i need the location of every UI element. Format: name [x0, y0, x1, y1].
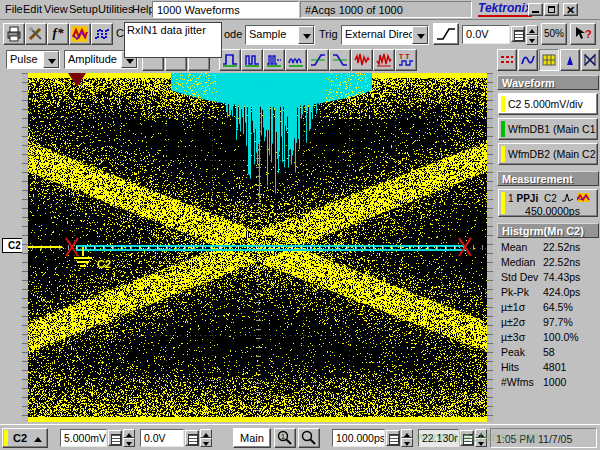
measure-jitter-button[interactable]: [373, 49, 395, 71]
trigger-level-keypad-button[interactable]: [511, 26, 525, 42]
waveform-item-c2[interactable]: C2 5.000mV/div: [498, 93, 598, 115]
vertical-scale-keypad-button[interactable]: [108, 430, 122, 446]
set-level-50-button[interactable]: 50%: [541, 23, 567, 45]
histogram-stat-row: Median22.52ns: [496, 256, 600, 271]
zoom-out-button[interactable]: [298, 428, 320, 448]
spin-down-icon[interactable]: [401, 438, 413, 447]
help-cursor-icon: ?: [574, 26, 592, 42]
trigger-level-field[interactable]: 0.0V: [462, 25, 510, 44]
tools-icon: [28, 26, 44, 42]
histogram-stat-row: Mean22.52ns: [496, 241, 600, 256]
rise-time-icon: [310, 52, 326, 68]
histogram-stat-row: µ±2σ97.7%: [496, 316, 600, 331]
vertical-offset-spinner[interactable]: [200, 429, 212, 447]
menu-utilities[interactable]: Utilities: [98, 3, 133, 15]
measure-noise-button[interactable]: [351, 49, 373, 71]
measure-burst-button[interactable]: [263, 49, 285, 71]
vertical-scale-field[interactable]: 5.000mV/: [60, 429, 107, 447]
measure-cycle-button[interactable]: [285, 49, 307, 71]
channel-color-stripe: [501, 121, 505, 137]
trig-label: Trig: [319, 28, 338, 40]
spin-down-icon[interactable]: [526, 35, 538, 45]
trigger-level-spinner[interactable]: [526, 25, 538, 45]
stat-label: µ±2σ: [501, 316, 525, 328]
math-fx-button[interactable]: f*: [47, 23, 69, 45]
yellow-grid-icon: [542, 52, 556, 68]
vertical-scale-spinner[interactable]: [123, 429, 135, 447]
horizontal-scale-field[interactable]: 100.000ps: [332, 429, 385, 447]
acquisition-count-readout: #Acqs 1000 of 1000: [300, 1, 472, 18]
close-button[interactable]: ✕: [563, 3, 578, 16]
channel-color-stripe: [4, 430, 8, 446]
waveform-mode-button[interactable]: [518, 49, 538, 71]
minimize-button[interactable]: [528, 3, 543, 16]
stat-value: 1000: [543, 376, 566, 388]
acq-mode-dropdown[interactable]: [298, 26, 314, 44]
measurement-index: 1: [508, 193, 514, 204]
zoom-in-button[interactable]: 1: [274, 428, 296, 448]
spin-up-icon[interactable]: [526, 25, 538, 35]
waveform-item-wfmdb2[interactable]: WfmDB2 (Main C2: [498, 143, 598, 165]
sine-icon: [521, 52, 535, 68]
acq-mode-combo[interactable]: Sample: [245, 25, 315, 45]
eye-diagram-mode-button[interactable]: [581, 49, 600, 71]
stat-value: 22.52ns: [543, 256, 580, 268]
spin-up-icon[interactable]: [401, 429, 413, 438]
stat-label: µ±1σ: [501, 301, 525, 313]
measurement-entry-ppji[interactable]: 1 PPJi C2 450.0000ps: [498, 189, 598, 217]
histogram-stat-row: µ±3σ100.0%: [496, 331, 600, 346]
oscilloscope-app: File Edit View Setup Utilities Help 1000…: [0, 0, 600, 450]
context-help-button[interactable]: ?: [570, 23, 596, 45]
horizontal-scale-spinner[interactable]: [401, 429, 413, 447]
histogram-grid-mode-button[interactable]: [539, 49, 559, 71]
measure-freq-button[interactable]: [241, 49, 263, 71]
spin-up-icon[interactable]: [200, 429, 212, 438]
waveform-count-readout: 1000 Waveforms: [152, 1, 299, 18]
obscured-mode-label-right: ode: [224, 28, 242, 40]
channel-color-stripe: [501, 146, 505, 162]
menu-setup[interactable]: Setup: [69, 3, 98, 15]
print-button[interactable]: [3, 23, 25, 45]
measure-category1-dropdown[interactable]: [43, 51, 59, 68]
cursors-mode-button[interactable]: [497, 49, 517, 71]
waveform-item-wfmdb1[interactable]: WfmDB1 (Main C1: [498, 118, 598, 140]
toolbar-main: f* C ode Sample Trig External Direct 0.0…: [0, 20, 600, 48]
trigger-slope-button[interactable]: [433, 23, 459, 45]
waveform-graticule[interactable]: [28, 73, 487, 422]
measure-eye-ttl-button[interactable]: T T: [395, 49, 417, 71]
channel-color-stripe: [501, 96, 505, 112]
measure-period-button[interactable]: [219, 49, 241, 71]
menu-view[interactable]: View: [44, 3, 68, 15]
measurement-name: PPJi: [516, 193, 538, 204]
measurement-panel-header: Measurement: [497, 171, 599, 186]
measure-rise-button[interactable]: [307, 49, 329, 71]
measure-fall-button[interactable]: [329, 49, 351, 71]
channel-select-label: C2: [13, 432, 27, 444]
histogram-stat-row: Pk-Pk424.0ps: [496, 286, 600, 301]
spin-down-icon[interactable]: [200, 438, 212, 447]
measure-category1-combo[interactable]: Pulse: [6, 50, 60, 69]
trigger-source-combo[interactable]: External Direct: [341, 25, 429, 45]
vertical-offset-field[interactable]: 0.0V: [140, 429, 184, 447]
histogram-mode-button[interactable]: [560, 49, 580, 71]
trigger-source-dropdown[interactable]: [412, 26, 428, 44]
obscured-mode-label-left: C: [116, 27, 124, 39]
setup-tools-button[interactable]: [25, 23, 47, 45]
stat-label: #Wfms: [501, 376, 534, 388]
channel-select-button[interactable]: C2: [2, 428, 48, 448]
menu-file[interactable]: File: [5, 3, 23, 15]
vertical-offset-keypad-button[interactable]: [185, 430, 199, 446]
pulse-display-button[interactable]: [91, 23, 113, 45]
histogram-stat-row: µ±1σ64.5%: [496, 301, 600, 316]
horizontal-scale-keypad-button[interactable]: [386, 430, 400, 446]
chevron-down-icon: [417, 34, 425, 39]
chevron-down-icon: [48, 59, 56, 64]
timebase-main-button[interactable]: Main: [233, 428, 271, 448]
histogram-stats-list: Mean22.52ns Median22.52ns Std Dev74.43ps…: [496, 241, 600, 391]
waveform-display-button[interactable]: [69, 23, 91, 45]
spin-up-icon[interactable]: [123, 429, 135, 438]
restore-button[interactable]: [544, 3, 559, 16]
menu-edit[interactable]: Edit: [23, 3, 42, 15]
stat-label: Median: [501, 256, 535, 268]
spin-down-icon[interactable]: [123, 438, 135, 447]
